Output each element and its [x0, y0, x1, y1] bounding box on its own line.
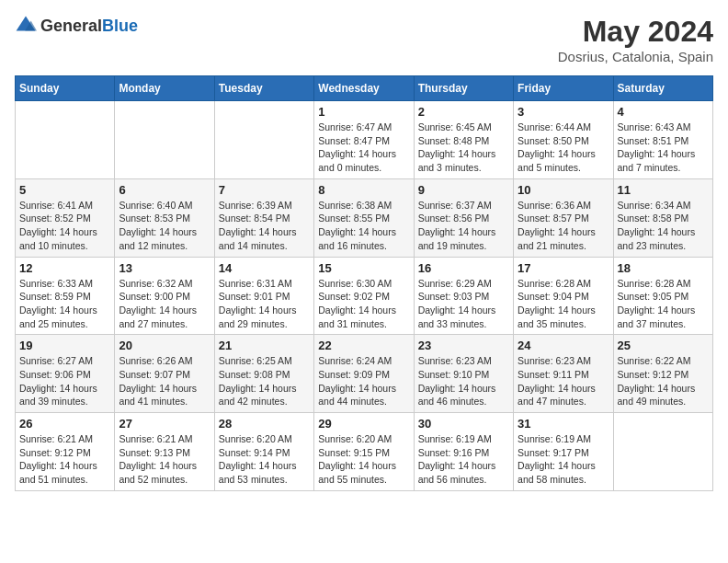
- day-info: Sunrise: 6:28 AMSunset: 9:04 PMDaylight:…: [518, 277, 609, 331]
- day-info: Sunrise: 6:22 AMSunset: 9:12 PMDaylight:…: [618, 354, 709, 408]
- logo: GeneralBlue: [15, 15, 138, 37]
- calendar-cell: 9Sunrise: 6:37 AMSunset: 8:56 PMDaylight…: [414, 178, 513, 257]
- calendar-cell: 6Sunrise: 6:40 AMSunset: 8:53 PMDaylight…: [115, 178, 214, 257]
- logo-icon: [15, 15, 37, 37]
- calendar-cell: 8Sunrise: 6:38 AMSunset: 8:55 PMDaylight…: [314, 178, 414, 257]
- day-number: 29: [318, 417, 409, 431]
- calendar-cell: 28Sunrise: 6:20 AMSunset: 9:14 PMDayligh…: [214, 413, 313, 491]
- day-number: 10: [518, 183, 609, 197]
- day-info: Sunrise: 6:27 AMSunset: 9:06 PMDaylight:…: [19, 354, 110, 408]
- title-block: May 2024 Dosrius, Catalonia, Spain: [558, 15, 713, 64]
- day-info: Sunrise: 6:41 AMSunset: 8:52 PMDaylight:…: [19, 199, 110, 253]
- day-number: 24: [518, 339, 609, 352]
- day-number: 3: [518, 105, 609, 119]
- calendar-week-2: 5Sunrise: 6:41 AMSunset: 8:52 PMDaylight…: [16, 178, 713, 257]
- main-title: May 2024: [558, 15, 713, 49]
- day-info: Sunrise: 6:19 AMSunset: 9:16 PMDaylight:…: [418, 432, 509, 487]
- calendar-cell: [613, 413, 712, 491]
- day-info: Sunrise: 6:44 AMSunset: 8:50 PMDaylight:…: [518, 121, 609, 175]
- calendar-week-3: 12Sunrise: 6:33 AMSunset: 8:59 PMDayligh…: [16, 257, 713, 335]
- day-info: Sunrise: 6:23 AMSunset: 9:10 PMDaylight:…: [418, 354, 509, 408]
- calendar-cell: 26Sunrise: 6:21 AMSunset: 9:12 PMDayligh…: [16, 413, 115, 491]
- day-number: 22: [318, 339, 409, 352]
- day-number: 9: [418, 183, 509, 197]
- day-number: 12: [19, 261, 110, 275]
- calendar-cell: 30Sunrise: 6:19 AMSunset: 9:16 PMDayligh…: [414, 413, 513, 491]
- weekday-header-wednesday: Wednesday: [314, 76, 414, 101]
- calendar-cell: 14Sunrise: 6:31 AMSunset: 9:01 PMDayligh…: [214, 257, 313, 335]
- calendar-cell: 13Sunrise: 6:32 AMSunset: 9:00 PMDayligh…: [115, 257, 214, 335]
- calendar-cell: 10Sunrise: 6:36 AMSunset: 8:57 PMDayligh…: [514, 178, 613, 257]
- day-info: Sunrise: 6:39 AMSunset: 8:54 PMDaylight:…: [219, 199, 310, 253]
- calendar-cell: 3Sunrise: 6:44 AMSunset: 8:50 PMDaylight…: [514, 101, 613, 179]
- calendar-cell: 25Sunrise: 6:22 AMSunset: 9:12 PMDayligh…: [613, 335, 712, 413]
- weekday-header-monday: Monday: [115, 76, 214, 101]
- day-info: Sunrise: 6:38 AMSunset: 8:55 PMDaylight:…: [318, 199, 409, 253]
- weekday-header-saturday: Saturday: [613, 76, 712, 101]
- day-number: 7: [219, 183, 310, 197]
- day-number: 15: [318, 261, 409, 275]
- location-subtitle: Dosrius, Catalonia, Spain: [558, 49, 713, 64]
- day-info: Sunrise: 6:31 AMSunset: 9:01 PMDaylight:…: [219, 277, 310, 331]
- calendar-cell: 17Sunrise: 6:28 AMSunset: 9:04 PMDayligh…: [514, 257, 613, 335]
- calendar-cell: 15Sunrise: 6:30 AMSunset: 9:02 PMDayligh…: [314, 257, 414, 335]
- day-number: 5: [19, 183, 110, 197]
- calendar-cell: [115, 101, 214, 179]
- day-info: Sunrise: 6:43 AMSunset: 8:51 PMDaylight:…: [618, 121, 709, 175]
- calendar-cell: 19Sunrise: 6:27 AMSunset: 9:06 PMDayligh…: [16, 335, 115, 413]
- calendar-cell: 22Sunrise: 6:24 AMSunset: 9:09 PMDayligh…: [314, 335, 414, 413]
- day-info: Sunrise: 6:30 AMSunset: 9:02 PMDaylight:…: [318, 277, 409, 331]
- logo-blue: Blue: [102, 17, 138, 35]
- day-number: 17: [518, 261, 609, 275]
- calendar-table: SundayMondayTuesdayWednesdayThursdayFrid…: [15, 75, 713, 491]
- day-info: Sunrise: 6:24 AMSunset: 9:09 PMDaylight:…: [318, 354, 409, 408]
- weekday-header-friday: Friday: [514, 76, 613, 101]
- calendar-cell: 31Sunrise: 6:19 AMSunset: 9:17 PMDayligh…: [514, 413, 613, 491]
- calendar-cell: 29Sunrise: 6:20 AMSunset: 9:15 PMDayligh…: [314, 413, 414, 491]
- calendar-cell: 7Sunrise: 6:39 AMSunset: 8:54 PMDaylight…: [214, 178, 313, 257]
- calendar-week-4: 19Sunrise: 6:27 AMSunset: 9:06 PMDayligh…: [16, 335, 713, 413]
- day-number: 21: [219, 339, 310, 352]
- day-info: Sunrise: 6:47 AMSunset: 8:47 PMDaylight:…: [318, 121, 409, 175]
- calendar-cell: 18Sunrise: 6:28 AMSunset: 9:05 PMDayligh…: [613, 257, 712, 335]
- calendar-cell: 23Sunrise: 6:23 AMSunset: 9:10 PMDayligh…: [414, 335, 513, 413]
- day-info: Sunrise: 6:45 AMSunset: 8:48 PMDaylight:…: [418, 121, 509, 175]
- day-number: 14: [219, 261, 310, 275]
- day-number: 27: [119, 417, 210, 431]
- day-number: 28: [219, 417, 310, 431]
- calendar-week-1: 1Sunrise: 6:47 AMSunset: 8:47 PMDaylight…: [16, 101, 713, 179]
- calendar-cell: 4Sunrise: 6:43 AMSunset: 8:51 PMDaylight…: [613, 101, 712, 179]
- calendar-header-row: SundayMondayTuesdayWednesdayThursdayFrid…: [16, 76, 713, 101]
- calendar-cell: 16Sunrise: 6:29 AMSunset: 9:03 PMDayligh…: [414, 257, 513, 335]
- day-info: Sunrise: 6:37 AMSunset: 8:56 PMDaylight:…: [418, 199, 509, 253]
- day-number: 31: [518, 417, 609, 431]
- weekday-header-tuesday: Tuesday: [214, 76, 313, 101]
- calendar-cell: 21Sunrise: 6:25 AMSunset: 9:08 PMDayligh…: [214, 335, 313, 413]
- day-number: 26: [19, 417, 110, 431]
- day-info: Sunrise: 6:21 AMSunset: 9:12 PMDaylight:…: [19, 432, 110, 487]
- day-number: 30: [418, 417, 509, 431]
- calendar-cell: 5Sunrise: 6:41 AMSunset: 8:52 PMDaylight…: [16, 178, 115, 257]
- day-info: Sunrise: 6:20 AMSunset: 9:14 PMDaylight:…: [219, 432, 310, 487]
- day-number: 19: [19, 339, 110, 352]
- day-info: Sunrise: 6:21 AMSunset: 9:13 PMDaylight:…: [119, 432, 210, 487]
- weekday-header-thursday: Thursday: [414, 76, 513, 101]
- day-info: Sunrise: 6:32 AMSunset: 9:00 PMDaylight:…: [119, 277, 210, 331]
- day-number: 2: [418, 105, 509, 119]
- day-info: Sunrise: 6:40 AMSunset: 8:53 PMDaylight:…: [119, 199, 210, 253]
- calendar-cell: 11Sunrise: 6:34 AMSunset: 8:58 PMDayligh…: [613, 178, 712, 257]
- day-info: Sunrise: 6:36 AMSunset: 8:57 PMDaylight:…: [518, 199, 609, 253]
- day-number: 1: [318, 105, 409, 119]
- day-info: Sunrise: 6:26 AMSunset: 9:07 PMDaylight:…: [119, 354, 210, 408]
- calendar-week-5: 26Sunrise: 6:21 AMSunset: 9:12 PMDayligh…: [16, 413, 713, 491]
- day-number: 4: [618, 105, 709, 119]
- day-info: Sunrise: 6:25 AMSunset: 9:08 PMDaylight:…: [219, 354, 310, 408]
- day-number: 13: [119, 261, 210, 275]
- day-number: 16: [418, 261, 509, 275]
- weekday-header-sunday: Sunday: [16, 76, 115, 101]
- calendar-cell: [16, 101, 115, 179]
- day-number: 20: [119, 339, 210, 352]
- day-info: Sunrise: 6:19 AMSunset: 9:17 PMDaylight:…: [518, 432, 609, 487]
- logo-general: General: [40, 17, 102, 35]
- calendar-cell: 12Sunrise: 6:33 AMSunset: 8:59 PMDayligh…: [16, 257, 115, 335]
